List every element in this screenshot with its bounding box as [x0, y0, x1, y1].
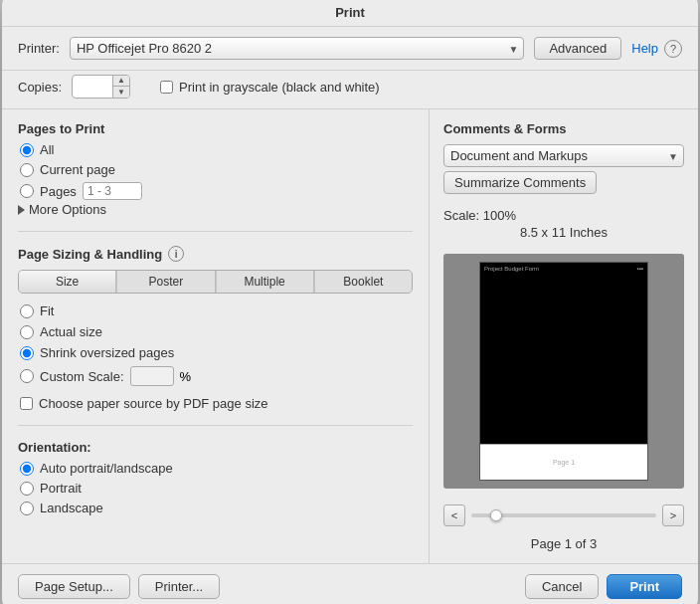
print-button[interactable]: Print	[607, 574, 682, 599]
printer-select-wrapper: HP Officejet Pro 8620 2 ▼	[70, 37, 525, 60]
preview-footer-text: Page 1	[553, 459, 575, 466]
copies-decrement-button[interactable]: ▼	[113, 87, 129, 98]
pages-all-radio[interactable]	[20, 143, 34, 157]
comments-forms-title: Comments & Forms	[443, 121, 684, 136]
shrink-row[interactable]: Shrink oversized pages	[20, 345, 413, 360]
pages-to-print-title: Pages to Print	[18, 121, 413, 136]
right-panel: Comments & Forms Document and Markups ▼ …	[430, 109, 698, 563]
scale-info-text: Scale: 100%	[443, 208, 684, 223]
landscape-radio[interactable]	[20, 502, 34, 515]
dialog-title: Print	[2, 0, 698, 27]
pages-range-label: Pages	[40, 184, 77, 199]
orientation-title: Orientation:	[18, 440, 413, 455]
custom-scale-input[interactable]: 100	[130, 366, 174, 386]
page-sizing-title: Page Sizing & Handling	[18, 247, 162, 262]
page-info: Page 1 of 3	[443, 536, 684, 551]
portrait-radio[interactable]	[20, 482, 34, 496]
landscape-row[interactable]: Landscape	[20, 501, 413, 515]
more-options-row[interactable]: More Options	[18, 202, 413, 217]
fit-label: Fit	[40, 303, 54, 318]
help-link[interactable]: Help	[631, 41, 658, 56]
pages-current-label: Current page	[40, 162, 115, 177]
preview-header-bar: Project Budget Form ▪▪▪	[480, 263, 647, 275]
tab-poster[interactable]: Poster	[117, 271, 215, 293]
tab-multiple[interactable]: Multiple	[217, 271, 314, 293]
printer-label: Printer:	[18, 41, 60, 56]
pages-all-row[interactable]: All	[20, 142, 413, 157]
custom-scale-radio-row[interactable]: Custom Scale:	[20, 369, 124, 384]
pages-range-input[interactable]	[83, 182, 142, 200]
bottom-left-buttons: Page Setup... Printer...	[18, 574, 220, 599]
bottom-bar: Page Setup... Printer... Cancel Print	[2, 563, 698, 604]
actual-size-row[interactable]: Actual size	[20, 324, 413, 339]
pages-current-radio[interactable]	[20, 163, 34, 177]
orientation-section: Orientation: Auto portrait/landscape Por…	[18, 440, 413, 515]
summarize-comments-button[interactable]: Summarize Comments	[443, 171, 597, 194]
preview-header-right: ▪▪▪	[637, 266, 643, 272]
main-content: Pages to Print All Current page Pages	[2, 109, 698, 563]
pages-to-print-section: Pages to Print All Current page Pages	[18, 121, 413, 217]
orientation-radio-group: Auto portrait/landscape Portrait Landsca…	[20, 461, 413, 515]
custom-scale-row: Custom Scale: 100 %	[20, 366, 413, 386]
preview-document-area	[480, 275, 647, 444]
fit-radio[interactable]	[20, 304, 34, 318]
actual-size-label: Actual size	[40, 324, 102, 339]
custom-scale-radio[interactable]	[20, 369, 34, 383]
page-navigation: < >	[443, 504, 684, 526]
auto-orientation-row[interactable]: Auto portrait/landscape	[20, 461, 413, 476]
grayscale-checkbox-row[interactable]: Print in grayscale (black and white)	[160, 80, 380, 95]
pdf-source-row[interactable]: Choose paper source by PDF page size	[20, 396, 413, 411]
page-sizing-info-icon[interactable]: i	[168, 246, 184, 262]
bottom-right-buttons: Cancel Print	[525, 574, 682, 599]
tab-size[interactable]: Size	[19, 271, 116, 293]
fit-row[interactable]: Fit	[20, 303, 413, 318]
help-circle-icon[interactable]: ?	[664, 40, 682, 58]
preview-footer: Page 1	[480, 444, 647, 480]
spinner-buttons: ▲ ▼	[112, 76, 129, 98]
copies-label: Copies:	[18, 80, 62, 95]
page-slider-thumb	[490, 509, 502, 521]
divider-1	[18, 231, 413, 232]
pages-current-row[interactable]: Current page	[20, 162, 413, 177]
pdf-source-checkbox[interactable]	[20, 397, 33, 410]
pdf-source-label: Choose paper source by PDF page size	[39, 396, 268, 411]
left-panel: Pages to Print All Current page Pages	[2, 109, 430, 563]
page-sizing-tabs: Size Poster Multiple Booklet	[18, 270, 413, 294]
preview-area: Project Budget Form ▪▪▪ Page 1	[443, 254, 684, 489]
comments-select[interactable]: Document and Markups	[443, 144, 684, 167]
auto-orientation-radio[interactable]	[20, 462, 34, 476]
pages-range-radio[interactable]	[20, 184, 34, 198]
help-area: Help ?	[631, 40, 682, 58]
page-setup-button[interactable]: Page Setup...	[18, 574, 130, 599]
copies-increment-button[interactable]: ▲	[113, 76, 129, 87]
copies-input[interactable]: 1	[73, 78, 112, 97]
scale-unit: %	[180, 369, 192, 384]
prev-page-button[interactable]: <	[443, 504, 465, 526]
more-options-label: More Options	[29, 202, 106, 217]
preview-inner: Project Budget Form ▪▪▪ Page 1	[479, 262, 648, 481]
tab-booklet[interactable]: Booklet	[315, 271, 412, 293]
page-sizing-section: Page Sizing & Handling i Size Poster Mul…	[18, 246, 413, 411]
shrink-radio[interactable]	[20, 346, 34, 360]
comments-forms-section: Comments & Forms Document and Markups ▼ …	[443, 121, 684, 194]
pages-radio-group: All Current page Pages	[20, 142, 413, 200]
pages-range-row[interactable]: Pages	[20, 182, 413, 200]
actual-size-radio[interactable]	[20, 325, 34, 339]
auto-orientation-label: Auto portrait/landscape	[40, 461, 173, 476]
copies-row: Copies: 1 ▲ ▼ Print in grayscale (black …	[2, 71, 698, 109]
next-page-button[interactable]: >	[662, 504, 684, 526]
portrait-row[interactable]: Portrait	[20, 481, 413, 496]
page-slider[interactable]	[471, 513, 656, 517]
divider-2	[18, 425, 413, 426]
printer-select[interactable]: HP Officejet Pro 8620 2	[70, 37, 525, 60]
grayscale-label: Print in grayscale (black and white)	[179, 80, 380, 95]
pages-all-label: All	[40, 142, 54, 157]
shrink-label: Shrink oversized pages	[40, 345, 174, 360]
sizing-options: Fit Actual size Shrink oversized pages C…	[20, 303, 413, 411]
scale-info-row: Scale: 100% 8.5 x 11 Inches	[443, 204, 684, 240]
more-options-triangle-icon	[18, 205, 25, 215]
cancel-button[interactable]: Cancel	[525, 574, 599, 599]
grayscale-checkbox[interactable]	[160, 81, 173, 94]
advanced-button[interactable]: Advanced	[534, 37, 621, 60]
printer-button[interactable]: Printer...	[138, 574, 220, 599]
